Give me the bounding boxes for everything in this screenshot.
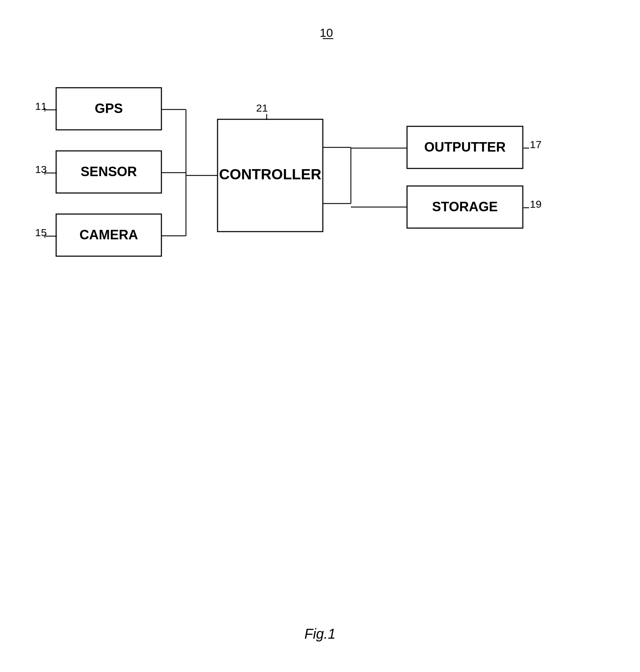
storage-ref: 19 bbox=[530, 198, 541, 210]
diagram-svg: 10 GPS SENSOR CAMERA CONTROLLER OUTPUTTE… bbox=[0, 0, 640, 672]
system-ref-label: 10 bbox=[320, 26, 333, 39]
outputter-ref: 17 bbox=[530, 139, 541, 150]
gps-label: GPS bbox=[95, 101, 123, 116]
storage-label: STORAGE bbox=[432, 199, 498, 214]
controller-ref: 21 bbox=[256, 102, 268, 114]
sensor-label: SENSOR bbox=[81, 164, 137, 179]
outputter-label: OUTPUTTER bbox=[424, 140, 506, 154]
figure-label: Fig.1 bbox=[305, 626, 336, 641]
camera-label: CAMERA bbox=[80, 227, 138, 242]
controller-label: CONTROLLER bbox=[219, 166, 321, 182]
